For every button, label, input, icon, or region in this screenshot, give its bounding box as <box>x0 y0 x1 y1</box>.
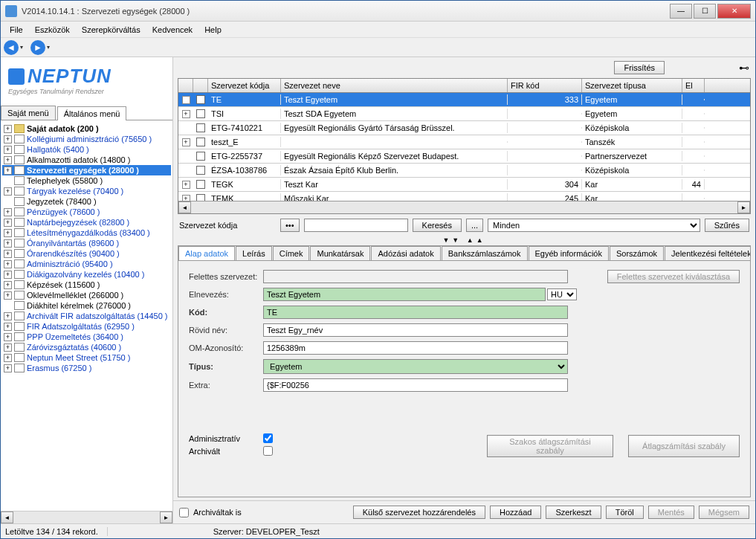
nav-back-dropdown[interactable]: ▾ <box>20 44 23 51</box>
grid-hscroll[interactable]: ◄ ► <box>178 201 750 213</box>
code-field[interactable] <box>263 306 568 319</box>
sidebar-hscroll[interactable]: ◄ ► <box>1 511 172 523</box>
menu-favorites[interactable]: Kedvencek <box>146 24 198 36</box>
tree-item[interactable]: +PPP Üzemeltetés (36400 ) <box>2 332 171 342</box>
row-expand-icon[interactable]: + <box>182 110 190 118</box>
tree-item[interactable]: +Tárgyak kezelése (70400 ) <box>2 186 171 196</box>
tree-item[interactable]: +Alkalmazotti adatok (14800 ) <box>2 155 171 165</box>
col-type[interactable]: Szervezet típusa <box>582 79 682 92</box>
browse-button[interactable]: ... <box>466 219 483 232</box>
pin-icon[interactable]: ⊷ <box>739 62 749 74</box>
expand-icon[interactable]: + <box>4 250 12 258</box>
grid-scroll-left-icon[interactable]: ◄ <box>178 201 191 213</box>
search-input[interactable] <box>304 219 408 232</box>
expand-icon[interactable]: + <box>4 219 12 227</box>
delete-button[interactable]: Töröl <box>606 506 644 519</box>
row-expand-icon[interactable]: + <box>182 195 190 201</box>
table-row[interactable]: +TSITeszt SDA EgyetemEgyetem <box>178 107 750 121</box>
detail-tab[interactable]: Jelentkezési feltételek <box>665 246 751 260</box>
detail-tab[interactable]: Sorszámok <box>610 246 664 260</box>
tree-item[interactable]: +Adminisztráció (95400 ) <box>2 259 171 269</box>
tree-item[interactable]: +Neptun Meet Street (51750 ) <box>2 352 171 363</box>
menu-file[interactable]: File <box>4 24 29 36</box>
row-checkbox[interactable] <box>196 95 205 104</box>
expand-icon[interactable]: + <box>4 229 12 237</box>
row-expand-icon[interactable]: + <box>182 181 190 189</box>
row-checkbox[interactable] <box>196 123 205 132</box>
tree-item[interactable]: +Órarendkészítés (90400 ) <box>2 248 171 259</box>
col-name[interactable]: Szervezet neve <box>281 79 508 92</box>
sidebar-tab-general[interactable]: Általános menü <box>57 106 127 120</box>
col-fir[interactable]: FIR kód <box>508 79 582 92</box>
expand-icon[interactable]: + <box>4 312 12 320</box>
expand-icon[interactable]: + <box>4 125 12 133</box>
tree-item[interactable]: +Óranyilvántartás (89600 ) <box>2 238 171 248</box>
detail-tab[interactable]: Adózási adatok <box>371 246 440 260</box>
tree-item[interactable]: +Képzések (115600 ) <box>2 280 171 290</box>
tree-item[interactable]: +Kollégiumi adminisztráció (75650 ) <box>2 134 171 144</box>
tree-item[interactable]: +Naptárbejegyzések (82800 ) <box>2 217 171 227</box>
row-checkbox[interactable] <box>196 152 205 161</box>
expand-icon[interactable]: + <box>4 208 12 216</box>
expand-icon[interactable]: + <box>4 354 12 362</box>
collapse-toggle[interactable]: ▼▼ ▲▲ <box>173 236 755 244</box>
grid-scroll-right-icon[interactable]: ► <box>737 201 750 213</box>
row-checkbox[interactable] <box>196 194 205 201</box>
row-checkbox[interactable] <box>196 180 205 189</box>
expand-icon[interactable]: + <box>4 187 12 196</box>
table-row[interactable]: -TETeszt Egyetem333Egyetem <box>178 93 750 107</box>
scroll-left-icon[interactable]: ◄ <box>1 511 13 523</box>
detail-tab[interactable]: Bankszámlaszámok <box>442 246 528 260</box>
tree-item[interactable]: Telephelyek (55800 ) <box>2 175 171 186</box>
expand-icon[interactable]: + <box>4 323 12 331</box>
tree-item[interactable]: +Saját adatok (200 ) <box>2 123 171 134</box>
type-select[interactable]: Egyetem <box>263 359 568 374</box>
extra-field[interactable] <box>263 378 568 392</box>
archived-checkbox[interactable] <box>263 446 273 456</box>
tree-item[interactable]: +Pénzügyek (78600 ) <box>2 207 171 217</box>
parent-select-button[interactable]: Felettes szervezet kiválasztása <box>607 270 740 283</box>
table-row[interactable]: +teszt_ETanszék <box>178 135 750 149</box>
expand-icon[interactable]: + <box>4 167 12 175</box>
nav-forward-button[interactable]: ► <box>30 40 45 55</box>
row-expand-icon[interactable]: + <box>182 138 190 146</box>
col-e[interactable]: El <box>682 79 705 92</box>
col-code[interactable]: Szervezet kódja <box>208 79 281 92</box>
add-button[interactable]: Hozzáad <box>490 506 541 519</box>
admin-checkbox[interactable] <box>263 433 273 443</box>
refresh-button[interactable]: Frissítés <box>614 61 665 74</box>
filter-button[interactable]: Szűrés <box>705 219 749 232</box>
expand-icon[interactable]: + <box>4 281 12 289</box>
expand-icon[interactable]: + <box>4 239 12 248</box>
expand-icon[interactable]: + <box>4 271 12 279</box>
tree-item[interactable]: +Erasmus (67250 ) <box>2 363 171 373</box>
sidebar-tab-own[interactable]: Saját menü <box>1 106 56 120</box>
expand-icon[interactable]: + <box>4 156 12 164</box>
menu-help[interactable]: Help <box>198 24 227 36</box>
expand-icon[interactable]: + <box>4 343 12 352</box>
table-row[interactable]: +TEGKTeszt Kar304Kar44 <box>178 178 750 192</box>
detail-tab[interactable]: Alap adatok <box>178 246 235 260</box>
om-field[interactable] <box>263 341 568 355</box>
short-field[interactable] <box>263 323 568 337</box>
save-button[interactable]: Mentés <box>648 506 694 519</box>
detail-tab[interactable]: Egyéb információk <box>529 246 610 260</box>
tree-item[interactable]: +Hallgatók (5400 ) <box>2 144 171 155</box>
search-mask-button[interactable]: ••• <box>280 219 300 232</box>
grid-body[interactable]: -TETeszt Egyetem333Egyetem+TSITeszt SDA … <box>178 93 750 201</box>
expand-icon[interactable]: + <box>4 364 12 372</box>
grid-checkall[interactable] <box>193 79 208 92</box>
detail-tab[interactable]: Leírás <box>236 246 272 260</box>
nav-back-button[interactable]: ◄ <box>4 40 19 55</box>
expand-icon[interactable]: + <box>4 135 12 143</box>
tree-item[interactable]: +Diákigazolvány kezelés (10400 ) <box>2 269 171 280</box>
minimize-button[interactable]: — <box>670 4 692 19</box>
expand-icon[interactable]: + <box>4 333 12 341</box>
tree-item[interactable]: Jegyzetek (78400 ) <box>2 196 171 207</box>
close-button[interactable]: ✕ <box>717 4 751 19</box>
table-row[interactable]: ÉZSA-1038786Észak Ázsaia Építő Klub Berl… <box>178 164 750 178</box>
assign-button[interactable]: Külső szervezet hozzárendelés <box>353 506 485 519</box>
tree-item[interactable]: +Létesítménygazdálkodás (83400 ) <box>2 227 171 238</box>
edit-button[interactable]: Szerkeszt <box>546 506 601 519</box>
maximize-button[interactable]: ☐ <box>694 4 716 19</box>
